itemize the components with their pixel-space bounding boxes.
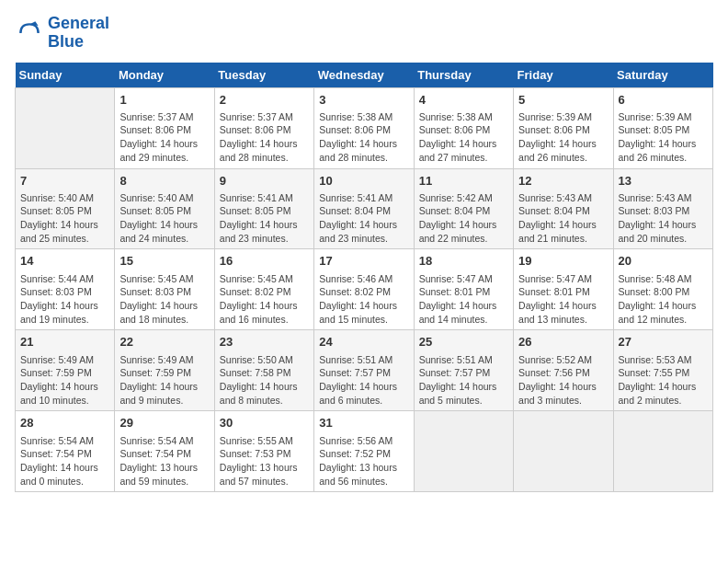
weekday-header-saturday: Saturday: [613, 63, 712, 88]
cell-content: Sunrise: 5:39 AM Sunset: 8:06 PM Dayligh…: [518, 110, 608, 165]
page-header: General Blue: [15, 15, 713, 52]
weekday-header-thursday: Thursday: [414, 63, 513, 88]
calendar-cell: 31Sunrise: 5:56 AM Sunset: 7:52 PM Dayli…: [314, 411, 414, 492]
day-number: 1: [119, 92, 209, 109]
day-number: 26: [518, 334, 608, 350]
calendar-cell: 29Sunrise: 5:54 AM Sunset: 7:54 PM Dayli…: [115, 411, 214, 492]
cell-content: Sunrise: 5:43 AM Sunset: 8:03 PM Dayligh…: [619, 191, 708, 246]
calendar-cell: 16Sunrise: 5:45 AM Sunset: 8:02 PM Dayli…: [214, 249, 313, 330]
day-number: 13: [619, 173, 708, 190]
day-number: 22: [119, 334, 209, 350]
calendar-cell: 11Sunrise: 5:42 AM Sunset: 8:04 PM Dayli…: [414, 168, 513, 249]
calendar-cell: 23Sunrise: 5:50 AM Sunset: 7:58 PM Dayli…: [214, 330, 313, 411]
weekday-header-monday: Monday: [115, 63, 214, 88]
calendar-cell: 13Sunrise: 5:43 AM Sunset: 8:03 PM Dayli…: [613, 168, 712, 249]
day-number: 25: [419, 334, 508, 350]
cell-content: Sunrise: 5:51 AM Sunset: 7:57 PM Dayligh…: [419, 353, 508, 408]
cell-content: Sunrise: 5:56 AM Sunset: 7:52 PM Dayligh…: [319, 434, 408, 488]
cell-content: Sunrise: 5:47 AM Sunset: 8:01 PM Dayligh…: [518, 272, 608, 327]
weekday-header-sunday: Sunday: [16, 63, 115, 88]
day-number: 27: [619, 334, 708, 350]
day-number: 18: [419, 253, 508, 270]
day-number: 14: [20, 253, 109, 270]
calendar-cell: 3Sunrise: 5:38 AM Sunset: 8:06 PM Daylig…: [314, 87, 414, 168]
day-number: 7: [20, 173, 109, 190]
calendar-cell: 8Sunrise: 5:40 AM Sunset: 8:05 PM Daylig…: [115, 168, 214, 249]
cell-content: Sunrise: 5:39 AM Sunset: 8:05 PM Dayligh…: [619, 110, 708, 165]
logo: General Blue: [15, 15, 109, 52]
calendar-cell: 21Sunrise: 5:49 AM Sunset: 7:59 PM Dayli…: [16, 330, 115, 411]
calendar-cell: 5Sunrise: 5:39 AM Sunset: 8:06 PM Daylig…: [514, 87, 613, 168]
cell-content: Sunrise: 5:47 AM Sunset: 8:01 PM Dayligh…: [419, 272, 508, 327]
calendar-cell: 30Sunrise: 5:55 AM Sunset: 7:53 PM Dayli…: [214, 411, 313, 492]
day-number: 8: [119, 173, 209, 190]
calendar-cell: 1Sunrise: 5:37 AM Sunset: 8:06 PM Daylig…: [115, 87, 214, 168]
day-number: 17: [319, 253, 408, 270]
cell-content: Sunrise: 5:42 AM Sunset: 8:04 PM Dayligh…: [419, 191, 508, 246]
calendar-cell: 25Sunrise: 5:51 AM Sunset: 7:57 PM Dayli…: [414, 330, 513, 411]
day-number: 28: [20, 415, 109, 431]
calendar-table: SundayMondayTuesdayWednesdayThursdayFrid…: [15, 63, 713, 493]
weekday-header-friday: Friday: [514, 63, 613, 88]
cell-content: Sunrise: 5:38 AM Sunset: 8:06 PM Dayligh…: [319, 110, 408, 165]
day-number: 11: [419, 173, 508, 190]
logo-icon: [15, 18, 44, 48]
cell-content: Sunrise: 5:45 AM Sunset: 8:03 PM Dayligh…: [119, 272, 209, 327]
cell-content: Sunrise: 5:52 AM Sunset: 7:56 PM Dayligh…: [518, 353, 608, 408]
calendar-cell: 12Sunrise: 5:43 AM Sunset: 8:04 PM Dayli…: [514, 168, 613, 249]
calendar-cell: 2Sunrise: 5:37 AM Sunset: 8:06 PM Daylig…: [214, 87, 313, 168]
day-number: 4: [419, 92, 508, 109]
day-number: 31: [319, 415, 408, 431]
day-number: 24: [319, 334, 408, 350]
cell-content: Sunrise: 5:53 AM Sunset: 7:55 PM Dayligh…: [619, 353, 708, 408]
cell-content: Sunrise: 5:54 AM Sunset: 7:54 PM Dayligh…: [119, 434, 209, 488]
day-number: 21: [20, 334, 109, 350]
cell-content: Sunrise: 5:45 AM Sunset: 8:02 PM Dayligh…: [220, 272, 309, 327]
cell-content: Sunrise: 5:40 AM Sunset: 8:05 PM Dayligh…: [20, 191, 109, 246]
calendar-cell: 17Sunrise: 5:46 AM Sunset: 8:02 PM Dayli…: [314, 249, 414, 330]
cell-content: Sunrise: 5:50 AM Sunset: 7:58 PM Dayligh…: [220, 353, 309, 408]
calendar-cell: 4Sunrise: 5:38 AM Sunset: 8:06 PM Daylig…: [414, 87, 513, 168]
day-number: 10: [319, 173, 408, 190]
day-number: 19: [518, 253, 608, 270]
calendar-cell: [414, 411, 513, 492]
cell-content: Sunrise: 5:55 AM Sunset: 7:53 PM Dayligh…: [220, 434, 309, 488]
cell-content: Sunrise: 5:37 AM Sunset: 8:06 PM Dayligh…: [220, 110, 309, 165]
weekday-header-tuesday: Tuesday: [214, 63, 313, 88]
cell-content: Sunrise: 5:43 AM Sunset: 8:04 PM Dayligh…: [518, 191, 608, 246]
cell-content: Sunrise: 5:37 AM Sunset: 8:06 PM Dayligh…: [119, 110, 209, 165]
cell-content: Sunrise: 5:51 AM Sunset: 7:57 PM Dayligh…: [319, 353, 408, 408]
calendar-cell: 14Sunrise: 5:44 AM Sunset: 8:03 PM Dayli…: [16, 249, 115, 330]
day-number: 30: [220, 415, 309, 431]
day-number: 2: [220, 92, 309, 109]
cell-content: Sunrise: 5:38 AM Sunset: 8:06 PM Dayligh…: [419, 110, 508, 165]
cell-content: Sunrise: 5:44 AM Sunset: 8:03 PM Dayligh…: [20, 272, 109, 327]
cell-content: Sunrise: 5:48 AM Sunset: 8:00 PM Dayligh…: [619, 272, 708, 327]
calendar-cell: 9Sunrise: 5:41 AM Sunset: 8:05 PM Daylig…: [214, 168, 313, 249]
cell-content: Sunrise: 5:40 AM Sunset: 8:05 PM Dayligh…: [119, 191, 209, 246]
logo-text: General Blue: [48, 15, 109, 52]
day-number: 20: [619, 253, 708, 270]
day-number: 16: [220, 253, 309, 270]
day-number: 12: [518, 173, 608, 190]
calendar-cell: 20Sunrise: 5:48 AM Sunset: 8:00 PM Dayli…: [613, 249, 712, 330]
calendar-cell: 19Sunrise: 5:47 AM Sunset: 8:01 PM Dayli…: [514, 249, 613, 330]
calendar-cell: 28Sunrise: 5:54 AM Sunset: 7:54 PM Dayli…: [16, 411, 115, 492]
cell-content: Sunrise: 5:41 AM Sunset: 8:04 PM Dayligh…: [319, 191, 408, 246]
calendar-cell: 22Sunrise: 5:49 AM Sunset: 7:59 PM Dayli…: [115, 330, 214, 411]
calendar-cell: 6Sunrise: 5:39 AM Sunset: 8:05 PM Daylig…: [613, 87, 712, 168]
cell-content: Sunrise: 5:49 AM Sunset: 7:59 PM Dayligh…: [119, 353, 209, 408]
day-number: 3: [319, 92, 408, 109]
calendar-cell: [16, 87, 115, 168]
calendar-cell: 7Sunrise: 5:40 AM Sunset: 8:05 PM Daylig…: [16, 168, 115, 249]
calendar-cell: 26Sunrise: 5:52 AM Sunset: 7:56 PM Dayli…: [514, 330, 613, 411]
calendar-cell: [514, 411, 613, 492]
calendar-cell: 15Sunrise: 5:45 AM Sunset: 8:03 PM Dayli…: [115, 249, 214, 330]
cell-content: Sunrise: 5:49 AM Sunset: 7:59 PM Dayligh…: [20, 353, 109, 408]
calendar-cell: 10Sunrise: 5:41 AM Sunset: 8:04 PM Dayli…: [314, 168, 414, 249]
weekday-header-wednesday: Wednesday: [314, 63, 414, 88]
day-number: 15: [119, 253, 209, 270]
calendar-cell: 18Sunrise: 5:47 AM Sunset: 8:01 PM Dayli…: [414, 249, 513, 330]
day-number: 29: [119, 415, 209, 431]
calendar-cell: 24Sunrise: 5:51 AM Sunset: 7:57 PM Dayli…: [314, 330, 414, 411]
